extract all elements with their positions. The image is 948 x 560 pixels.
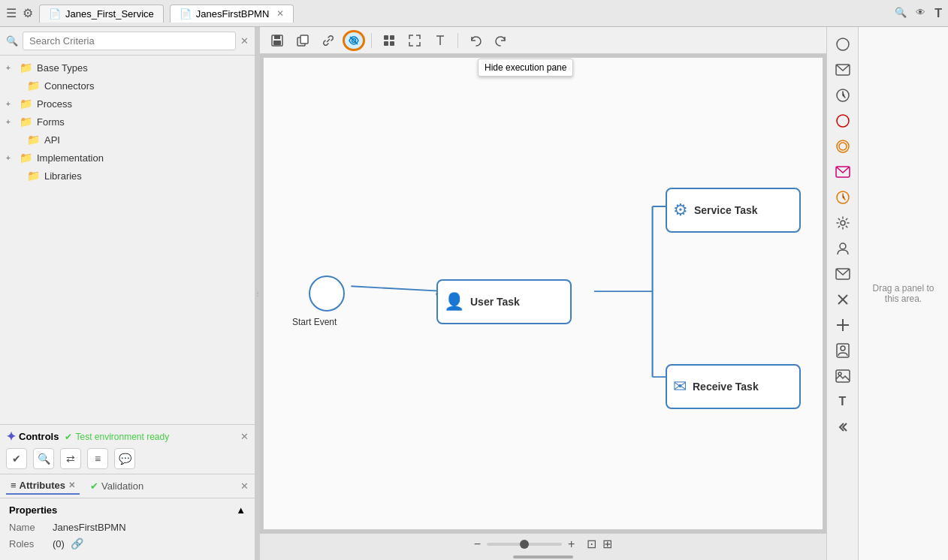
inactive-tab[interactable]: 📄 Janes_First_Service [39,5,164,23]
folder-icon: 📁 [20,62,32,74]
copy-button[interactable] [291,30,314,51]
active-tab-label: JanesFirstBPMN [196,8,270,20]
zoom-out-button[interactable]: − [474,537,481,551]
font-icon[interactable]: T [934,7,942,20]
check-circle-icon: ✔ [65,432,72,442]
view-icon[interactable]: 👁 [916,7,925,20]
controls-label: ✦ Controls [6,429,59,444]
folder-icon: 📁 [20,98,32,110]
tree-label: Process [37,98,72,110]
list-icon: ≡ [11,480,17,491]
right-panel-red-circle-icon[interactable] [832,110,854,132]
text-button[interactable] [429,30,451,51]
comment-button[interactable]: 💬 [114,448,135,469]
right-panel-plus-icon[interactable] [832,314,854,336]
zoom-slider[interactable] [487,543,562,546]
test-ready-status: ✔ Test environment ready [65,432,169,442]
grid-button[interactable] [378,30,400,51]
fit-button[interactable] [403,30,426,51]
right-panel-x-icon[interactable] [832,288,854,311]
tree-item-implementation[interactable]: + 📁 Implementation [0,149,255,167]
right-panel-clock-icon[interactable] [832,84,854,107]
list-button[interactable]: ≡ [87,448,108,469]
svg-rect-40 [836,370,850,382]
clear-search-button[interactable]: ✕ [240,35,249,47]
attributes-section: ≡ Attributes ✕ ✔ Validation ✕ Properties… [0,474,255,560]
right-panel-text-icon[interactable]: T [832,390,854,413]
properties-section: Properties ▲ Name JanesFirstBPMN Roles (… [0,498,255,560]
menu-icon[interactable]: ☰ [6,6,17,20]
svg-rect-1 [274,35,280,39]
tree-item-libraries[interactable]: 📁 Libraries [0,167,255,185]
inactive-tab-label: Janes_First_Service [65,8,154,20]
tree-item-process[interactable]: + 📁 Process [0,95,255,113]
check-icon: ✔ [90,480,98,492]
svg-rect-10 [390,41,394,46]
right-panel-orange-ring-icon[interactable] [832,135,854,158]
canvas-body[interactable]: Start Event 👤 User Task ⚙ Service Task ✉… [263,57,823,530]
right-panel: T [826,27,858,560]
close-controls-button[interactable]: ✕ [240,431,249,442]
service-task[interactable]: ⚙ Service Task [666,188,801,233]
roles-row: Roles (0) 🔗 [9,537,246,549]
right-panel-orange-clock-icon[interactable] [832,186,854,209]
search-input[interactable] [23,32,236,50]
transfer-button[interactable]: ⇄ [60,448,81,469]
zoom-to-selection-button[interactable]: ⊞ [602,537,612,551]
close-attr-section-button[interactable]: ✕ [240,480,249,492]
right-panel-envelope-icon[interactable] [832,59,854,81]
tree-item-api[interactable]: 📁 API [0,131,255,149]
tree-item-connectors[interactable]: 📁 Connectors [0,77,255,95]
hide-execution-pane-button[interactable] [343,30,365,51]
attr-tabs: ≡ Attributes ✕ ✔ Validation ✕ [0,474,255,498]
right-panel-gear-icon[interactable] [832,212,854,234]
close-attributes-tab-button[interactable]: ✕ [68,480,75,490]
start-event-label: Start Event [292,317,337,327]
svg-line-13 [351,286,445,291]
settings-icon[interactable]: ⚙ [23,6,33,20]
collapse-icon[interactable]: ▲ [236,504,246,516]
roles-value: (0) [53,538,65,549]
hscroll-bar[interactable] [260,554,826,560]
close-tab-button[interactable]: ✕ [276,8,284,19]
right-panel-collapse-icon[interactable] [832,416,854,438]
undo-button[interactable] [464,30,487,51]
active-tab[interactable]: 📄 JanesFirstBPMN ✕ [170,5,294,23]
svg-rect-2 [273,41,281,45]
zoom-in-button[interactable]: + [568,537,575,551]
search-icon[interactable]: 🔍 [895,7,907,20]
title-bar-actions: 🔍 👁 T [895,7,942,20]
check-button[interactable]: ✔ [6,448,27,469]
search-button[interactable]: 🔍 [33,448,54,469]
canvas-toolbar: Hide execution pane [260,27,826,54]
right-panel-circle-icon[interactable] [832,33,854,56]
redo-button[interactable] [490,30,512,51]
name-row: Name JanesFirstBPMN [9,522,246,533]
right-panel-orange-envelope-icon[interactable] [832,161,854,183]
user-task[interactable]: 👤 User Task [436,279,572,324]
right-panel-portrait-icon[interactable] [832,339,854,362]
right-panel-image-icon[interactable] [832,365,854,387]
expand-icon: + [6,64,15,72]
controls-buttons: ✔ 🔍 ⇄ ≡ 💬 [6,448,249,469]
start-event[interactable] [309,275,345,312]
separator [457,33,458,48]
right-panel-mail-icon[interactable] [832,263,854,285]
right-panel-person-icon[interactable] [832,237,854,260]
tab-attributes[interactable]: ≡ Attributes ✕ [6,477,80,495]
link-icon[interactable]: 🔗 [71,537,83,549]
tab-validation[interactable]: ✔ Validation [86,478,148,494]
receive-task[interactable]: ✉ Receive Task [666,364,801,409]
gear-icon: ⚙ [673,200,688,220]
controls-header: ✦ Controls ✔ Test environment ready ✕ [6,429,249,444]
canvas-area: Hide execution pane [260,27,826,560]
svg-point-32 [840,243,846,249]
link-button[interactable] [317,30,340,51]
asterisk-icon: ✦ [6,429,16,444]
save-button[interactable] [266,30,288,51]
tree-item-forms[interactable]: + 📁 Forms [0,113,255,131]
tree-item-base-types[interactable]: + 📁 Base Types [0,59,255,77]
svg-point-39 [841,346,845,351]
svg-rect-8 [390,35,394,40]
fit-page-button[interactable]: ⊡ [587,537,596,551]
